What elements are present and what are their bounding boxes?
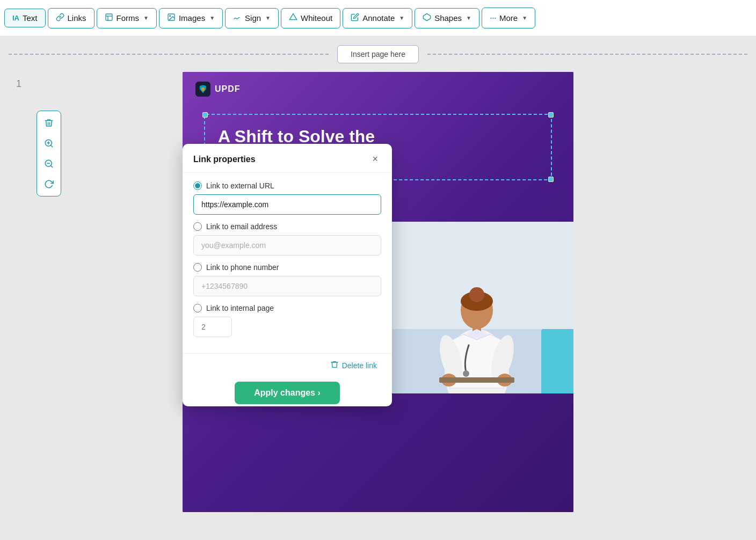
more-icon: ··· <box>490 12 496 24</box>
toolbar: IA Text Links Forms ▼ Images ▼ <box>0 0 756 37</box>
toolbar-images-label: Images <box>179 13 205 23</box>
dialog-body: Link to external URL Link to email addre… <box>183 173 392 353</box>
forms-caret: ▼ <box>143 15 149 21</box>
images-caret: ▼ <box>209 15 215 21</box>
phone-input[interactable] <box>193 276 381 296</box>
internal-page-input[interactable] <box>193 317 232 337</box>
toolbar-text-button[interactable]: IA Text <box>4 9 46 27</box>
external-url-input[interactable] <box>193 194 381 215</box>
external-url-label[interactable]: Link to external URL <box>193 181 381 190</box>
toolbar-whiteout-button[interactable]: Whiteout <box>281 8 340 28</box>
toolbar-sign-button[interactable]: Sign ▼ <box>225 8 279 28</box>
annotate-icon <box>351 13 359 24</box>
phone-radio[interactable] <box>193 263 202 272</box>
internal-page-label[interactable]: Link to internal page <box>193 304 381 312</box>
toolbar-annotate-button[interactable]: Annotate ▼ <box>343 8 412 28</box>
email-input[interactable] <box>193 235 381 256</box>
content-area: Insert page here 1 <box>0 37 756 540</box>
dialog-close-button[interactable]: × <box>369 152 381 166</box>
links-icon <box>56 13 64 24</box>
external-url-group: Link to external URL <box>193 181 381 215</box>
toolbar-shapes-button[interactable]: Shapes ▼ <box>415 8 479 28</box>
apply-area: Apply changes › <box>183 382 392 406</box>
toolbar-more-button[interactable]: ··· More ▼ <box>482 8 535 28</box>
svg-marker-5 <box>289 13 296 19</box>
apply-changes-button[interactable]: Apply changes › <box>235 382 340 404</box>
toolbar-whiteout-label: Whiteout <box>301 13 332 23</box>
more-caret: ▼ <box>522 15 527 21</box>
dialog-overlay: Link properties × Link to external URL <box>0 37 756 540</box>
toolbar-sign-label: Sign <box>245 13 261 23</box>
whiteout-icon <box>289 13 297 24</box>
toolbar-text-label: Text <box>23 13 38 23</box>
sign-icon <box>233 13 242 24</box>
delete-link-icon <box>330 360 339 371</box>
toolbar-links-label: Links <box>68 13 86 23</box>
delete-link-button[interactable]: Delete link <box>326 358 381 373</box>
svg-marker-6 <box>424 13 431 20</box>
svg-rect-0 <box>106 14 112 20</box>
internal-page-radio[interactable] <box>193 304 202 312</box>
delete-link-label: Delete link <box>342 361 377 370</box>
text-icon: IA <box>12 14 19 22</box>
images-icon <box>167 13 176 24</box>
toolbar-more-label: More <box>499 13 518 23</box>
shapes-caret: ▼ <box>466 15 471 21</box>
sign-caret: ▼ <box>265 15 271 21</box>
phone-label[interactable]: Link to phone number <box>193 263 381 272</box>
forms-icon <box>105 13 113 24</box>
toolbar-forms-label: Forms <box>117 13 140 23</box>
shapes-icon <box>423 13 431 24</box>
email-label[interactable]: Link to email address <box>193 222 381 231</box>
toolbar-images-button[interactable]: Images ▼ <box>159 8 223 28</box>
toolbar-links-button[interactable]: Links <box>48 8 95 28</box>
phone-group: Link to phone number <box>193 263 381 296</box>
link-properties-dialog: Link properties × Link to external URL <box>183 144 392 406</box>
external-url-radio[interactable] <box>193 181 202 190</box>
toolbar-shapes-label: Shapes <box>434 13 462 23</box>
email-radio[interactable] <box>193 222 202 231</box>
email-group: Link to email address <box>193 222 381 256</box>
dialog-footer: Delete link <box>183 353 392 382</box>
dialog-header: Link properties × <box>183 144 392 173</box>
toolbar-forms-button[interactable]: Forms ▼ <box>97 8 157 28</box>
svg-point-4 <box>170 15 171 16</box>
toolbar-annotate-label: Annotate <box>362 13 395 23</box>
annotate-caret: ▼ <box>399 15 404 21</box>
internal-page-group: Link to internal page <box>193 304 381 337</box>
dialog-title: Link properties <box>193 155 256 164</box>
